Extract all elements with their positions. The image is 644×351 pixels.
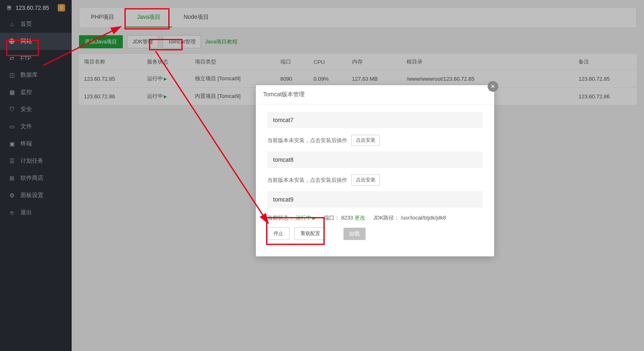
reload-button[interactable]: 重载配置 <box>294 227 326 240</box>
status-value: 运行中▶ <box>296 215 316 221</box>
tomcat-modal: ✕ Tomcat版本管理 tomcat7 当前版本未安装，点击安装后操作 点击安… <box>256 85 494 256</box>
uninstall-button[interactable]: 卸载 <box>343 228 366 240</box>
modal-body: tomcat7 当前版本未安装，点击安装后操作 点击安装 tomcat8 当前版… <box>256 104 494 256</box>
version-title: tomcat9 <box>267 191 483 208</box>
modal-title: Tomcat版本管理 <box>256 85 494 104</box>
tomcat9-block: tomcat9 当前状态： 运行中▶ 端口： 8233 更改 JDK路径： /u… <box>267 191 483 240</box>
play-icon: ▶ <box>312 216 316 220</box>
version-title: tomcat8 <box>267 152 483 168</box>
tomcat8-block: tomcat8 当前版本未安装，点击安装后操作 点击安装 <box>267 152 483 186</box>
install-button[interactable]: 点击安装 <box>351 135 380 146</box>
port-group: 端口： 8233 更改 <box>324 214 365 222</box>
stop-button[interactable]: 停止 <box>267 227 289 240</box>
version-title: tomcat7 <box>267 112 483 128</box>
status-group: 当前状态： 运行中▶ <box>267 214 316 222</box>
install-button[interactable]: 点击安装 <box>351 174 380 186</box>
change-port-link[interactable]: 更改 <box>355 215 365 221</box>
tomcat7-block: tomcat7 当前版本未安装，点击安装后操作 点击安装 <box>267 112 483 146</box>
install-msg: 当前版本未安装，点击安装后操作 <box>267 177 347 184</box>
close-icon: ✕ <box>490 83 495 90</box>
install-msg: 当前版本未安装，点击安装后操作 <box>267 137 347 144</box>
modal-close-button[interactable]: ✕ <box>488 81 498 92</box>
jdk-group: JDK路径： /usr/local/btjdk/jdk8 <box>373 214 446 222</box>
